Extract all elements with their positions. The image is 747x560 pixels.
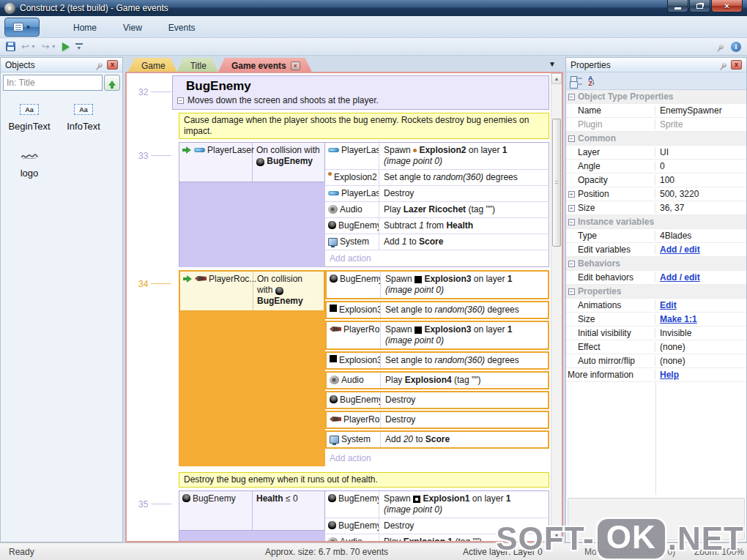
action-row[interactable]: BugEnemySpawn Explosion3 on layer 1(imag… — [325, 270, 549, 299]
scrollbar-thumb[interactable] — [552, 119, 561, 247]
property-value-text[interactable]: EnemySpawner — [660, 105, 722, 116]
event-selection-fill[interactable] — [179, 311, 325, 466]
action-object-cell: PlayerLas... — [325, 186, 379, 201]
sheet-tab-game-events[interactable]: Game eventsx — [218, 58, 312, 72]
property-value-text[interactable]: UI — [660, 147, 669, 157]
chevron-down-icon[interactable]: ▼ — [51, 44, 56, 49]
properties-panel-title: Properties — [571, 60, 718, 70]
object-item-logo[interactable]: logo — [2, 151, 56, 179]
title-bar: Construct 2 (test build) - Game events × — [0, 0, 747, 16]
vertical-scrollbar[interactable]: ▲ ▼ — [551, 73, 562, 541]
go-to-parent-button[interactable] — [104, 75, 120, 91]
object-item-begintext[interactable]: AaBeginText — [2, 104, 56, 132]
action-object-name: BugEnemy — [340, 274, 381, 284]
event-comment[interactable]: Destroy the bug enemy when it runs out o… — [179, 472, 549, 488]
property-value-text[interactable]: (none) — [660, 356, 685, 366]
action-row[interactable]: SystemAdd 1 to Score — [325, 234, 549, 250]
action-row[interactable]: PlayerLas...Spawn Explosion2 on layer 1(… — [325, 143, 549, 170]
action-row[interactable]: AudioPlay Explosion4 (tag "") — [325, 371, 549, 389]
action-row[interactable]: PlayerLas...Destroy — [325, 186, 549, 202]
action-text: Play Explosion4 (tag "") — [381, 373, 548, 388]
collapse-group-icon[interactable]: − — [177, 97, 184, 104]
property-value-text[interactable]: 4Blades — [660, 231, 691, 241]
maximize-button[interactable] — [689, 0, 710, 12]
event-comment[interactable]: Cause damage when the player shoots the … — [179, 113, 549, 139]
collapse-section-icon[interactable]: − — [568, 135, 575, 142]
close-panel-icon[interactable]: x — [731, 60, 742, 70]
collapse-section-icon[interactable]: − — [568, 219, 575, 225]
run-button[interactable] — [62, 42, 70, 51]
property-value-text[interactable]: Sprite — [660, 119, 683, 130]
pin-icon[interactable] — [97, 61, 103, 67]
action-row[interactable]: AudioPlay Lazer Ricochet (tag "") — [325, 202, 549, 218]
event-selection-fill[interactable] — [179, 531, 325, 541]
ribbon-tab-events[interactable]: Events — [155, 20, 209, 37]
action-row[interactable]: Explosion3Set angle to random(360) degre… — [325, 301, 549, 319]
action-row[interactable]: SystemAdd 20 to Score — [325, 430, 549, 449]
condition-cell[interactable]: PlayerLaserOn collision with BugEnemy — [179, 142, 325, 182]
action-row[interactable]: Explosion2Set angle to random(360) degre… — [325, 170, 549, 186]
up-arrow-icon — [108, 81, 116, 86]
scroll-up-icon[interactable]: ▲ — [551, 73, 562, 84]
property-value: EnemySpawner — [655, 105, 746, 116]
action-row[interactable]: PlayerRo...Destroy — [325, 411, 549, 429]
expander-cell: − — [566, 135, 576, 142]
application-menu-button[interactable]: ▼ — [4, 18, 40, 37]
action-row[interactable]: PlayerRo...Spawn Explosion3 on layer 1(i… — [325, 321, 549, 350]
condition-cell[interactable]: PlayerRoc...On collision with BugEnemy — [179, 270, 325, 312]
property-value-link[interactable]: Add / edit — [660, 244, 700, 255]
text-segment: Destroy — [384, 188, 414, 198]
sheet-tab-label: Title — [190, 61, 207, 71]
audio-icon — [330, 376, 339, 384]
property-value-text[interactable]: 100 — [660, 175, 674, 185]
property-name: Name — [576, 105, 655, 116]
property-value-link[interactable]: Add / edit — [660, 272, 700, 283]
action-row[interactable]: BugEnemySubtract 1 from Health — [325, 218, 549, 234]
collapse-section-icon[interactable]: − — [568, 261, 575, 267]
property-value-link[interactable]: Make 1:1 — [660, 314, 697, 324]
info-icon[interactable]: i — [731, 42, 741, 52]
add-action-link[interactable]: Add action — [325, 250, 549, 266]
sort-az-button[interactable]: AZ ↓ — [588, 76, 595, 86]
save-button[interactable] — [6, 42, 15, 51]
action-row[interactable]: BugEnemySpawn Explosion1 on layer 1(imag… — [325, 491, 549, 518]
expand-property-icon[interactable]: + — [568, 205, 575, 212]
condition-cell[interactable]: BugEnemyHealth ≤ 0 — [179, 490, 325, 531]
collapse-section-icon[interactable]: − — [568, 288, 575, 295]
collapse-section-icon[interactable]: − — [568, 94, 575, 100]
tab-list-dropdown-icon[interactable]: ▼ — [549, 60, 556, 68]
property-value-link[interactable]: Edit — [660, 300, 677, 310]
redo-button[interactable]: ↪▼ — [42, 41, 56, 52]
property-value-text[interactable]: 36, 37 — [660, 203, 684, 213]
pin-icon[interactable] — [721, 61, 727, 67]
customize-toolbar-button[interactable]: ▼ — [75, 43, 83, 51]
property-value-text[interactable]: Invisible — [660, 328, 691, 338]
close-panel-icon[interactable]: x — [107, 60, 118, 70]
add-action-link[interactable]: Add action — [325, 450, 549, 466]
sheet-tab-game[interactable]: Game — [128, 58, 177, 72]
property-value-text[interactable]: 500, 3220 — [660, 189, 699, 199]
close-tab-icon[interactable]: x — [291, 61, 300, 70]
chevron-down-icon[interactable]: ▼ — [31, 44, 36, 49]
minimize-button[interactable] — [667, 0, 688, 12]
object-item-infotext[interactable]: AaInfoText — [56, 104, 111, 132]
property-value-link[interactable]: Help — [660, 370, 679, 380]
pin-ribbon-icon[interactable] — [718, 43, 724, 49]
action-text: Spawn Explosion1 on layer 1(image point … — [379, 491, 549, 518]
objects-filter-field[interactable]: In: Title — [3, 75, 103, 91]
event-group-block[interactable]: BugEnemy−Moves down the screen and shoot… — [172, 75, 549, 110]
sheet-tab-title[interactable]: Title — [177, 58, 218, 72]
action-row[interactable]: Explosion3Set angle to random(360) degre… — [325, 351, 549, 370]
property-value-text[interactable]: 0 — [660, 161, 665, 171]
categorized-view-icon[interactable] — [571, 76, 582, 86]
action-row[interactable]: BugEnemyDestroy — [325, 391, 549, 409]
expand-property-icon[interactable]: + — [568, 191, 575, 198]
event-selection-fill[interactable] — [179, 182, 325, 267]
ribbon-tab-view[interactable]: View — [110, 20, 155, 37]
undo-button[interactable]: ↩▼ — [21, 41, 36, 52]
laser-icon — [328, 148, 339, 152]
property-value-text[interactable]: (none) — [660, 342, 685, 352]
ribbon-tab-home[interactable]: Home — [60, 20, 110, 37]
close-button[interactable]: × — [711, 0, 743, 12]
action-object-cell: BugEnemy — [327, 392, 381, 408]
